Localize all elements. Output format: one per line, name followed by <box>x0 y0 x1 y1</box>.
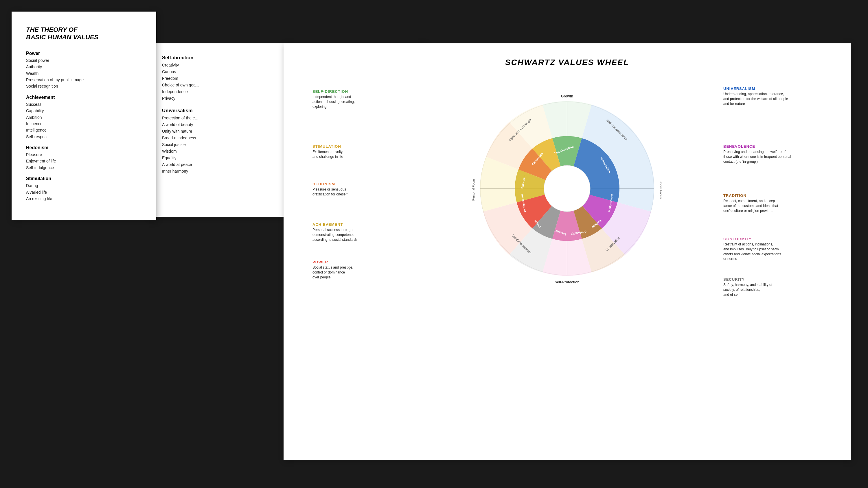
item-influence: Influence <box>26 121 142 127</box>
item-freedom: Freedom <box>162 75 278 82</box>
wheel-divider <box>301 72 833 72</box>
item-world-peace: A world at peace <box>162 161 278 168</box>
label-conf-desc: Restraint of actions, inclinations,and i… <box>723 242 822 261</box>
label-hedo-desc: Pleasure or sensuousgratification for on… <box>312 187 388 197</box>
item-wisdom: Wisdom <box>162 148 278 155</box>
label-trad-title: TRADITION <box>723 193 822 198</box>
label-self-direction-block: SELF-DIRECTION Independent thought andac… <box>312 89 394 109</box>
item-wealth: Wealth <box>26 70 142 76</box>
label-bene-desc: Preserving and enhancing the welfare oft… <box>723 150 822 164</box>
label-achv-desc: Personal success throughdemonstrating co… <box>312 228 394 242</box>
label-power-desc: Social status and prestige,control or do… <box>312 265 394 280</box>
section-header-achievement: Achievement <box>26 95 142 100</box>
item-choice-goals: Choice of own goa... <box>162 82 278 89</box>
label-stim-title: STIMULATION <box>312 144 388 149</box>
item-intelligence: Intelligence <box>26 127 142 133</box>
item-creativity: Creativity <box>162 62 278 68</box>
item-daring: Daring <box>26 183 142 189</box>
svg-point-5 <box>544 165 590 212</box>
section-header-power: Power <box>26 51 142 56</box>
label-universalism-block: UNIVERSALISM Understanding, appreciation… <box>723 87 822 106</box>
label-power-title: POWER <box>312 260 394 264</box>
item-world-beauty: A world of beauty <box>162 122 278 128</box>
item-preservation: Preservation of my public image <box>26 76 142 83</box>
item-self-respect: Self-respect <box>26 134 142 140</box>
section-hedonism: Hedonism Pleasure Enjoyment of life Self… <box>26 145 142 171</box>
label-univ-title: UNIVERSALISM <box>723 87 822 91</box>
label-hedonism-block: HEDONISM Pleasure or sensuousgratificati… <box>312 182 388 197</box>
item-social-power: Social power <box>26 57 142 64</box>
label-security-block: SECURITY Safety, harmony, and stability … <box>723 277 822 297</box>
left-page-title: THE THEORY OFBASIC HUMAN VALUES <box>26 26 142 46</box>
label-conformity-block: CONFORMITY Restraint of actions, inclina… <box>723 237 822 261</box>
col-header-self-direction: Self-direction <box>162 55 278 61</box>
section-stimulation: Stimulation Daring A varied life An exci… <box>26 176 142 202</box>
item-capability: Capability <box>26 107 142 114</box>
label-sec-title: SECURITY <box>723 277 822 282</box>
label-achievement-block: ACHIEVEMENT Personal success throughdemo… <box>312 222 394 242</box>
item-varied-life: A varied life <box>26 189 142 195</box>
label-selfdir-title: SELF-DIRECTION <box>312 89 394 94</box>
item-success: Success <box>26 101 142 107</box>
item-privacy: Privacy <box>162 95 278 102</box>
item-exciting-life: An exciting life <box>26 195 142 202</box>
label-selfdir-desc: Independent thought andaction – choosing… <box>312 95 394 109</box>
item-independence: Independence <box>162 89 278 95</box>
wheel-svg: Self-Direction Stimulation Hedonism Achi… <box>469 90 665 287</box>
label-tradition-block: TRADITION Respect, commitment, and accep… <box>723 193 822 213</box>
item-enjoyment: Enjoyment of life <box>26 158 142 164</box>
label-sec-desc: Safety, harmony, and stability ofsociety… <box>723 283 822 297</box>
section-header-hedonism: Hedonism <box>26 145 142 150</box>
item-inner-harmony: Inner harmony <box>162 168 278 174</box>
col-self-direction: Self-direction Creativity Curious Freedo… <box>162 55 278 205</box>
label-stimulation-block: STIMULATION Excitement, novelty,and chal… <box>312 144 388 159</box>
label-hedo-title: HEDONISM <box>312 182 388 186</box>
item-pleasure: Pleasure <box>26 152 142 158</box>
item-social-recognition: Social recognition <box>26 83 142 89</box>
axis-left: Personal Focus <box>472 178 475 201</box>
label-univ-desc: Understanding, appreciation, tolerance,a… <box>723 92 822 106</box>
item-protection-env: Protection of the e... <box>162 115 278 122</box>
section-header-stimulation: Stimulation <box>26 176 142 181</box>
left-page: THE THEORY OFBASIC HUMAN VALUES Power So… <box>11 11 156 220</box>
full-wheel-area: SELF-DIRECTION Independent thought andac… <box>307 80 828 297</box>
label-benevolence-block: BENEVOLENCE Preserving and enhancing the… <box>723 144 822 164</box>
col-header-universalism: Universalism <box>162 108 278 113</box>
label-bene-title: BENEVOLENCE <box>723 144 822 149</box>
wheel-svg-wrapper: Self-Direction Stimulation Hedonism Achi… <box>469 90 665 288</box>
label-trad-desc: Respect, commitment, and accep-tance of … <box>723 199 822 213</box>
item-unity-nature: Unity with nature <box>162 128 278 135</box>
item-equality: Equality <box>162 155 278 161</box>
item-broad-mindedness: Broad-mindedness... <box>162 135 278 141</box>
label-power-block: POWER Social status and prestige,control… <box>312 260 394 280</box>
section-achievement: Achievement Success Capability Ambition … <box>26 95 142 140</box>
label-conf-title: CONFORMITY <box>723 237 822 241</box>
wheel-page-title: SCHWARTZ VALUES WHEEL <box>301 58 833 67</box>
axis-right: Social Focus <box>659 181 662 199</box>
item-curious: Curious <box>162 68 278 75</box>
label-achv-title: ACHIEVEMENT <box>312 222 394 227</box>
item-ambition: Ambition <box>26 114 142 121</box>
label-stim-desc: Excitement, novelty,and challenge in lif… <box>312 150 388 159</box>
section-power: Power Social power Authority Wealth Pres… <box>26 51 142 90</box>
item-self-indulgence: Self-indulgence <box>26 164 142 171</box>
item-authority: Authority <box>26 64 142 70</box>
axis-top: Growth <box>561 94 573 98</box>
axis-bottom: Self-Protection <box>555 280 579 284</box>
item-social-justice: Social justice <box>162 141 278 148</box>
wheel-page: SCHWARTZ VALUES WHEEL SELF-DIRECTION Ind… <box>283 43 850 460</box>
